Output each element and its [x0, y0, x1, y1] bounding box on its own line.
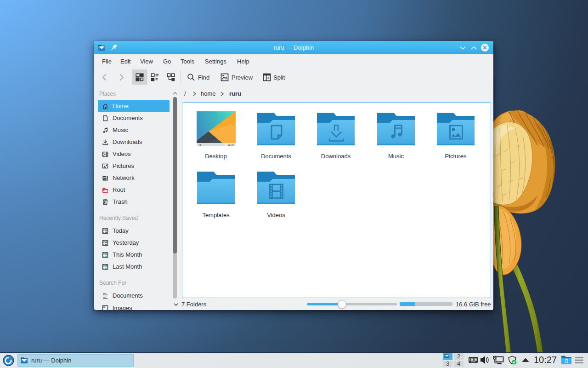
svg-text:12:34: 12:34 [227, 144, 235, 146]
